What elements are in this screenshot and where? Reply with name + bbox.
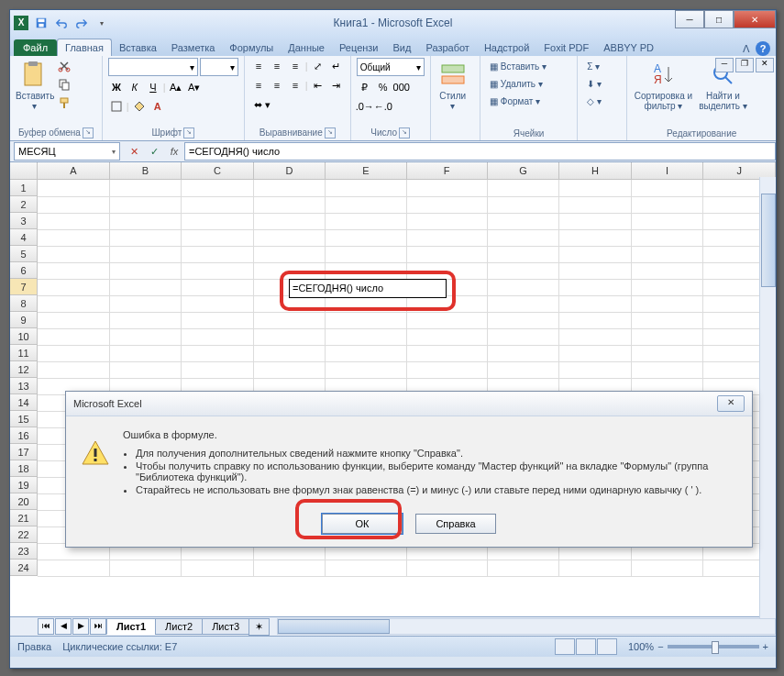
align-right[interactable]: ≡ (287, 77, 304, 94)
row-header[interactable]: 22 (10, 526, 38, 543)
row-header[interactable]: 17 (10, 444, 38, 460)
cell[interactable] (38, 262, 110, 280)
fx-button[interactable]: fx (164, 142, 184, 161)
grow-font-button[interactable]: A▴ (168, 79, 184, 95)
ribbon-minimize-icon[interactable]: ᐱ (743, 43, 750, 55)
cell[interactable] (407, 262, 488, 280)
name-box[interactable]: МЕСЯЦ▾ (14, 142, 120, 161)
row-header[interactable]: 1 (10, 180, 38, 196)
doc-minimize[interactable]: ─ (715, 58, 734, 72)
cell[interactable] (182, 180, 254, 197)
cell[interactable] (110, 229, 182, 247)
dialog-ok-button[interactable]: ОК (322, 514, 403, 534)
cell[interactable] (559, 345, 632, 362)
cell[interactable] (632, 345, 704, 362)
cell[interactable] (407, 345, 488, 362)
font-size-select[interactable]: ▾ (200, 58, 238, 76)
cell[interactable] (182, 196, 254, 214)
cell[interactable] (110, 295, 182, 313)
cell[interactable] (326, 246, 406, 263)
wrap-button[interactable]: ↵ (328, 58, 345, 74)
fill-color-button[interactable] (131, 98, 148, 115)
cell[interactable] (632, 560, 704, 577)
cell[interactable] (488, 180, 560, 197)
cell[interactable] (182, 229, 254, 247)
cell[interactable] (182, 246, 254, 263)
cell[interactable] (326, 180, 406, 197)
cell[interactable] (254, 262, 326, 280)
paste-button[interactable]: Вставить ▾ (16, 58, 52, 111)
cell[interactable] (254, 246, 326, 263)
orientation-button[interactable]: ⤢ (310, 58, 326, 74)
tab-view[interactable]: Вид (386, 39, 419, 56)
cell[interactable] (254, 345, 326, 362)
underline-button[interactable]: Ч (145, 79, 161, 95)
cell[interactable] (632, 246, 704, 263)
zoom-slider[interactable] (668, 645, 759, 648)
cell[interactable] (488, 262, 560, 280)
sheet-nav-last[interactable]: ⏭ (90, 618, 106, 635)
row-header[interactable]: 7 (10, 279, 38, 295)
format-cells-button[interactable]: ▦Формат ▾ (486, 93, 545, 109)
cell[interactable] (407, 312, 488, 329)
undo-button[interactable] (52, 14, 71, 32)
merge-button[interactable]: ⬌ ▾ (250, 96, 274, 113)
cell[interactable] (254, 312, 326, 329)
cell[interactable] (488, 196, 560, 214)
autosum-button[interactable]: Σ ▾ (583, 58, 603, 74)
cell[interactable] (326, 262, 406, 280)
cell[interactable] (559, 196, 632, 214)
row-header[interactable]: 16 (10, 427, 38, 444)
vertical-scrollbar[interactable] (759, 177, 776, 631)
cell[interactable] (254, 213, 326, 230)
align-bottom[interactable]: ≡ (287, 58, 304, 74)
insert-cells-button[interactable]: ▦Вставить ▾ (486, 58, 550, 74)
font-face-select[interactable]: ▾ (108, 58, 198, 76)
cell[interactable] (254, 196, 326, 214)
col-H[interactable]: H (559, 162, 632, 179)
col-F[interactable]: F (407, 162, 488, 179)
cell[interactable] (559, 213, 632, 230)
col-G[interactable]: G (488, 162, 560, 179)
cell[interactable] (182, 345, 254, 362)
tab-abbyy[interactable]: ABBYY PD (596, 39, 661, 56)
horizontal-scrollbar[interactable] (277, 618, 776, 635)
cell[interactable] (110, 345, 182, 362)
row-header[interactable]: 3 (10, 213, 38, 229)
col-I[interactable]: I (632, 162, 704, 179)
cell[interactable] (110, 246, 182, 263)
cell[interactable] (632, 213, 704, 230)
cell[interactable] (407, 229, 488, 247)
cell[interactable] (38, 196, 110, 214)
view-pagebreak[interactable] (597, 638, 617, 655)
sheet-tab-3[interactable]: Лист3 (202, 618, 249, 635)
sort-filter-button[interactable]: АЯ Сортировка и фильтр ▾ (633, 58, 693, 111)
row-header[interactable]: 15 (10, 411, 38, 427)
comma-button[interactable]: 000 (393, 79, 410, 95)
cell[interactable] (254, 229, 326, 247)
cell[interactable] (182, 312, 254, 329)
row-header[interactable]: 6 (10, 262, 38, 279)
cell[interactable] (110, 312, 182, 329)
cell[interactable] (254, 328, 326, 346)
cell[interactable] (407, 213, 488, 230)
cell[interactable] (326, 361, 406, 379)
row-header[interactable]: 8 (10, 295, 38, 312)
percent-button[interactable]: % (375, 79, 392, 95)
new-sheet-button[interactable]: ✶ (248, 618, 270, 636)
col-D[interactable]: D (254, 162, 326, 179)
cell[interactable] (182, 279, 254, 296)
cell[interactable] (407, 328, 488, 346)
bold-button[interactable]: Ж (108, 79, 125, 95)
maximize-button[interactable]: □ (704, 10, 734, 28)
cell[interactable] (559, 262, 632, 280)
row-header[interactable]: 20 (10, 493, 38, 510)
row-header[interactable]: 19 (10, 477, 38, 493)
col-A[interactable]: A (38, 162, 110, 179)
sheet-nav-next[interactable]: ▶ (72, 618, 89, 635)
tab-data[interactable]: Данные (281, 39, 332, 56)
font-launcher[interactable]: ↘ (183, 127, 194, 139)
cell[interactable] (488, 312, 560, 329)
cell[interactable] (632, 196, 704, 214)
row-header[interactable]: 23 (10, 543, 38, 560)
